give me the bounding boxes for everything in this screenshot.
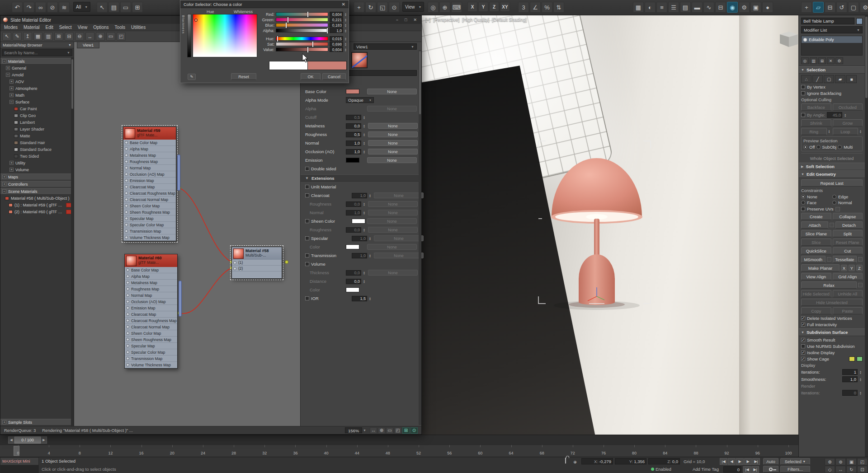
slot-socket-icon[interactable] [125, 185, 128, 188]
close-icon[interactable]: ✕ [342, 2, 345, 7]
use-pivot-center-icon[interactable]: ◎ [428, 2, 439, 13]
snap-3d-icon[interactable]: 3 [518, 2, 529, 13]
browser-tree-row[interactable]: Two Sided [0, 153, 74, 159]
cancel-button[interactable]: Cancel [322, 73, 346, 80]
view-select-dropdown[interactable]: View1▼ [354, 43, 417, 50]
menu-item[interactable]: Material [24, 25, 40, 30]
radio-button[interactable] [816, 145, 821, 149]
radio-button[interactable] [801, 201, 805, 205]
parameter-value[interactable]: 1,0 [352, 253, 367, 258]
timeline-tick[interactable]: 24 [199, 445, 207, 457]
slider-marker[interactable] [312, 42, 313, 47]
go-to-start-button[interactable]: |◀ [720, 458, 727, 465]
vertex-mode-icon[interactable]: ∴ [801, 75, 811, 83]
slot-socket-icon[interactable] [125, 198, 128, 201]
timeline-tick[interactable]: 96 [754, 445, 761, 457]
timeline-tick[interactable]: 72 [569, 445, 576, 457]
render-iterations-value[interactable]: 0 [842, 390, 858, 396]
auto-layout-icon[interactable]: ⊙ [410, 427, 418, 434]
node-slot[interactable]: Base Color Map [123, 140, 176, 146]
map-button[interactable]: None [374, 253, 424, 258]
alpha-mode-dropdown[interactable]: Opaque▼ [346, 97, 374, 103]
node-slot[interactable]: Clearcoat Map [125, 311, 177, 318]
viewport[interactable]: [+][Perspective][High Quality][Default S… [422, 15, 798, 435]
expand-toggle-icon[interactable]: + [9, 168, 14, 172]
browser-tree-row[interactable]: + AOV [0, 78, 74, 85]
slot-socket-icon[interactable] [125, 217, 128, 220]
color-swatch[interactable] [346, 89, 359, 94]
spinner-snap-icon[interactable]: ⇅ [553, 2, 564, 13]
radio-button[interactable] [832, 195, 836, 199]
map-button[interactable]: None [368, 149, 418, 155]
parameter-checkbox[interactable] [305, 296, 309, 300]
axis-constraint-button[interactable]: X [467, 2, 477, 12]
timeline-tick[interactable]: 32 [261, 445, 268, 457]
slot-socket-icon[interactable] [233, 267, 236, 270]
edit-geometry-button[interactable]: Make Planar [801, 264, 840, 272]
edit-geometry-button[interactable]: QuickSlice [801, 247, 831, 254]
key-filters-button[interactable]: Filters... [780, 466, 810, 473]
curve-editor-icon[interactable]: ∿ [703, 2, 714, 13]
zoom-region-icon[interactable]: ◰ [857, 458, 868, 465]
rollout-subdivision-surface[interactable]: ▼Subdivision Surface [799, 328, 865, 336]
settings-box[interactable] [830, 223, 834, 227]
map-button[interactable]: None [368, 140, 418, 146]
node-slot[interactable]: Sheen Roughness Map [123, 209, 176, 215]
window-button[interactable]: □ [405, 18, 407, 22]
spinner-arrows[interactable]: ▲▼ [828, 130, 831, 133]
slot-socket-icon[interactable] [125, 141, 128, 144]
node-slot[interactable]: Sheen Color Map [123, 203, 176, 209]
expand-toggle-icon[interactable]: − [9, 100, 14, 104]
slider-marker[interactable] [327, 28, 328, 33]
edit-geometry-button[interactable]: Copy [801, 307, 831, 314]
browser-tree-row[interactable]: + Controllers [0, 181, 74, 187]
enabled-status[interactable]: Enabled [651, 467, 671, 472]
map-button[interactable]: None [368, 227, 418, 233]
node-slot[interactable]: (1) [232, 260, 282, 266]
browser-tree-row[interactable]: Material #58 ( Multi/Sub-Object ) [0, 195, 74, 201]
slider-marker[interactable] [286, 23, 287, 28]
channel-slider[interactable] [276, 47, 328, 52]
timeline-tick[interactable]: 44 [354, 445, 361, 457]
selection-lock-toggle[interactable] [565, 458, 566, 463]
browser-tree-row[interactable]: − Scene Materials [0, 188, 74, 195]
browser-tree-row[interactable]: + Maps [0, 173, 74, 180]
by-angle-row[interactable]: By Angle: 45,0 ▲▼ [801, 112, 863, 118]
tab-create[interactable]: + [801, 2, 812, 13]
channel-slider[interactable] [276, 37, 328, 41]
redo-icon[interactable]: ↷ [24, 2, 34, 13]
spinner-arrows[interactable]: ▲▼ [369, 254, 372, 258]
backface-button[interactable]: Backface [801, 103, 831, 111]
menu-item[interactable]: Edit [46, 25, 53, 30]
spinner-arrows[interactable]: ▲▼ [859, 378, 863, 381]
node-slot[interactable]: Alpha Map [125, 273, 177, 280]
color-swatch[interactable] [352, 219, 365, 224]
visibility-bulb-icon[interactable] [803, 38, 807, 42]
slot-socket-icon[interactable] [125, 154, 128, 157]
spinner-arrows[interactable]: ▲▼ [344, 13, 348, 16]
slot-socket-icon[interactable] [126, 351, 129, 354]
select-and-link-icon[interactable]: ∞ [35, 2, 46, 13]
channel-value[interactable]: 0,604 [330, 47, 343, 52]
slot-socket-icon[interactable] [125, 204, 128, 207]
channel-value[interactable]: 0,698 [330, 42, 343, 47]
edit-geometry-button[interactable]: Tessellate [833, 256, 857, 263]
checkbox[interactable] [801, 91, 805, 95]
spinner-arrows[interactable]: ▲▼ [859, 130, 863, 133]
make-planar-y-button[interactable]: Y [849, 265, 855, 271]
unlink-selection-icon[interactable]: ⊘ [47, 2, 58, 13]
menu-item[interactable]: Tools [115, 25, 125, 30]
edit-geometry-button[interactable]: Split [833, 230, 863, 237]
rollout-soft-selection[interactable]: ▶Soft Selection [799, 163, 865, 170]
settings-box[interactable] [827, 257, 831, 262]
node-slot[interactable]: Specular Map [125, 343, 177, 349]
map-button[interactable]: None [367, 218, 417, 224]
params-scrollbar[interactable] [419, 50, 421, 425]
slot-socket-icon[interactable] [126, 268, 129, 272]
select-tool-icon[interactable]: ↖ [2, 32, 11, 41]
angle-value[interactable]: 45,0 [827, 112, 842, 118]
map-button[interactable]: None [368, 201, 418, 207]
browser-tree-row[interactable]: Clip Geo [0, 112, 74, 119]
timeline-tick[interactable]: 12 [107, 445, 114, 457]
browser-tree-row[interactable]: Standard Hair [0, 139, 74, 146]
